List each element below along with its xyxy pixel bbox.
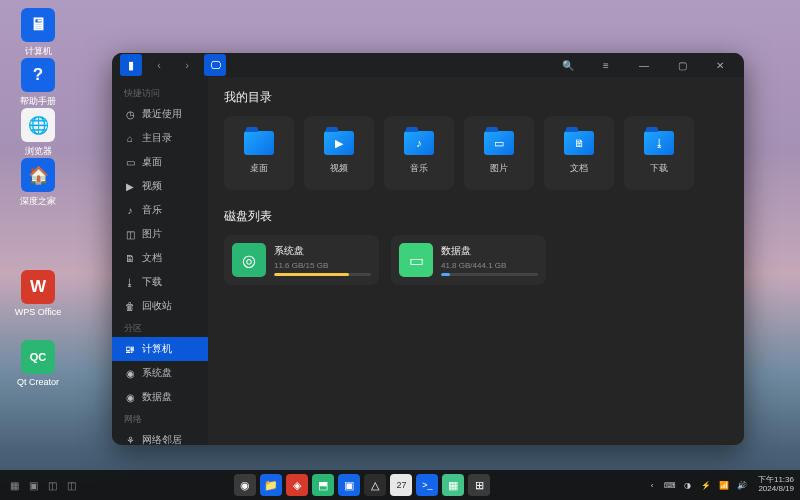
folder-desktop[interactable]: 桌面 bbox=[224, 116, 294, 190]
folder-videos[interactable]: ▶视频 bbox=[304, 116, 374, 190]
sidebar-item-recent[interactable]: ◷最近使用 bbox=[112, 102, 208, 126]
browser-icon: 🌐 bbox=[21, 108, 55, 142]
folder-documents[interactable]: 🗎文档 bbox=[544, 116, 614, 190]
wps-icon: W bbox=[21, 270, 55, 304]
desktop-icon-browser[interactable]: 🌐浏览器 bbox=[10, 108, 66, 158]
disk-data[interactable]: ▭ 数据盘 41.8 GB/444.1 GB bbox=[391, 235, 546, 285]
taskbar-calendar[interactable]: 27 bbox=[390, 474, 412, 496]
sidebar-item-label: 主目录 bbox=[142, 131, 172, 145]
sidebar-item-documents[interactable]: 🗎文档 bbox=[112, 246, 208, 270]
sidebar-item-trash[interactable]: 🗑回收站 bbox=[112, 294, 208, 318]
qt-icon: QC bbox=[21, 340, 55, 374]
launcher-button[interactable]: ◉ bbox=[234, 474, 256, 496]
hamburger-icon: ≡ bbox=[603, 60, 609, 71]
disk-capacity: 41.8 GB/444.1 GB bbox=[441, 261, 538, 270]
trash-icon: 🗑 bbox=[124, 301, 136, 312]
search-button[interactable]: 🔍 bbox=[552, 53, 584, 77]
battery-icon[interactable]: ⚡ bbox=[700, 479, 712, 491]
folder-pictures[interactable]: ▭图片 bbox=[464, 116, 534, 190]
icon-label: 帮助手册 bbox=[20, 96, 56, 106]
sidebar-item-pictures[interactable]: ◫图片 bbox=[112, 222, 208, 246]
folder-label: 视频 bbox=[330, 162, 348, 175]
clock-date: 2024/8/19 bbox=[758, 485, 794, 494]
sidebar-item-desktop[interactable]: ▭桌面 bbox=[112, 150, 208, 174]
volume-icon[interactable]: 🔊 bbox=[736, 479, 748, 491]
search-icon: 🔍 bbox=[562, 60, 574, 71]
taskbar-app[interactable]: ⬒ bbox=[312, 474, 334, 496]
workspace-button[interactable]: ◫ bbox=[44, 477, 60, 493]
sidebar-item-data-disk[interactable]: ◉数据盘 bbox=[112, 385, 208, 409]
view-tab-button[interactable]: 🖵 bbox=[204, 54, 226, 76]
system-tray: ‹ ⌨ ◑ ⚡ 📶 🔊 下午11:36 2024/8/19 bbox=[646, 476, 794, 494]
sidebar-item-music[interactable]: ♪音乐 bbox=[112, 198, 208, 222]
taskbar-app[interactable]: ▦ bbox=[442, 474, 464, 496]
sidebar-item-downloads[interactable]: ⭳下载 bbox=[112, 270, 208, 294]
maximize-button[interactable]: ▢ bbox=[666, 53, 698, 77]
folder-downloads[interactable]: ⭳下载 bbox=[624, 116, 694, 190]
folder-icon: ♪ bbox=[404, 131, 434, 155]
sidebar-item-videos[interactable]: ▶视频 bbox=[112, 174, 208, 198]
icon-label: 计算机 bbox=[25, 46, 52, 56]
disk-icon: ◉ bbox=[124, 368, 136, 379]
desktop-icon: ▭ bbox=[124, 157, 136, 168]
disk-system-icon: ◎ bbox=[232, 243, 266, 277]
nav-back-button[interactable]: ‹ bbox=[148, 54, 170, 76]
sidebar-item-label: 图片 bbox=[142, 227, 162, 241]
network-icon: ⚘ bbox=[124, 435, 136, 446]
file-manager-window: ▮ ‹ › 🖵 🔍 ≡ — ▢ ✕ 快捷访问 ◷最近使用 ⌂主目录 ▭桌面 ▶视… bbox=[112, 53, 744, 445]
help-icon: ? bbox=[21, 58, 55, 92]
sidebar-item-label: 下载 bbox=[142, 275, 162, 289]
sidebar-section-head: 快捷访问 bbox=[112, 83, 208, 102]
workspace-icon: ◫ bbox=[67, 480, 76, 491]
close-icon: ✕ bbox=[716, 60, 724, 71]
workspace2-button[interactable]: ◫ bbox=[63, 477, 79, 493]
multitask-button[interactable]: ▣ bbox=[25, 477, 41, 493]
disk-usage-bar bbox=[441, 273, 538, 276]
folder-icon: ⭳ bbox=[644, 131, 674, 155]
folder-icon: ▮ bbox=[128, 59, 134, 72]
show-desktop-button[interactable]: ▦ bbox=[6, 477, 22, 493]
taskbar-filemanager[interactable]: 📁 bbox=[260, 474, 282, 496]
network-icon[interactable]: 📶 bbox=[718, 479, 730, 491]
computer-icon: 🖳 bbox=[124, 344, 136, 355]
titlebar[interactable]: ▮ ‹ › 🖵 🔍 ≡ — ▢ ✕ bbox=[112, 53, 744, 77]
taskbar-app[interactable]: ▣ bbox=[338, 474, 360, 496]
sidebar-item-system-disk[interactable]: ◉系统盘 bbox=[112, 361, 208, 385]
desktop-icon-help[interactable]: ?帮助手册 bbox=[10, 58, 66, 108]
taskbar-app[interactable]: △ bbox=[364, 474, 386, 496]
sidebar-section-head: 分区 bbox=[112, 318, 208, 337]
taskbar: ▦ ▣ ◫ ◫ ◉ 📁 ◈ ⬒ ▣ △ 27 >_ ▦ ⊞ ‹ ⌨ ◑ ⚡ 📶 … bbox=[0, 470, 800, 500]
folder-label: 文档 bbox=[570, 162, 588, 175]
folder-label: 音乐 bbox=[410, 162, 428, 175]
icon-label: WPS Office bbox=[15, 307, 61, 317]
folder-music[interactable]: ♪音乐 bbox=[384, 116, 454, 190]
desktop-icon-computer[interactable]: 🖥计算机 bbox=[10, 8, 66, 58]
tab-files-button[interactable]: ▮ bbox=[120, 54, 142, 76]
home-icon: ⌂ bbox=[124, 133, 136, 144]
folder-icon: ▭ bbox=[484, 131, 514, 155]
video-icon: ▶ bbox=[124, 181, 136, 192]
clock[interactable]: 下午11:36 2024/8/19 bbox=[758, 476, 794, 494]
section-title-directories: 我的目录 bbox=[224, 89, 728, 106]
folder-icon: 🗎 bbox=[564, 131, 594, 155]
menu-button[interactable]: ≡ bbox=[590, 53, 622, 77]
sidebar-item-network[interactable]: ⚘网络邻居 bbox=[112, 428, 208, 445]
section-title-disks: 磁盘列表 bbox=[224, 208, 728, 225]
taskbar-app[interactable]: ⊞ bbox=[468, 474, 490, 496]
keyboard-icon[interactable]: ⌨ bbox=[664, 479, 676, 491]
taskbar-terminal[interactable]: >_ bbox=[416, 474, 438, 496]
sidebar-item-home[interactable]: ⌂主目录 bbox=[112, 126, 208, 150]
desktop-icon-wps[interactable]: WWPS Office bbox=[10, 270, 66, 317]
close-button[interactable]: ✕ bbox=[704, 53, 736, 77]
sidebar-item-computer[interactable]: 🖳计算机 bbox=[112, 337, 208, 361]
nav-forward-button[interactable]: › bbox=[176, 54, 198, 76]
desktop-icon-qtcreator[interactable]: QCQt Creator bbox=[10, 340, 66, 387]
sidebar-item-label: 网络邻居 bbox=[142, 433, 182, 445]
taskbar-app[interactable]: ◈ bbox=[286, 474, 308, 496]
minimize-button[interactable]: — bbox=[628, 53, 660, 77]
input-method-icon[interactable]: ◑ bbox=[682, 479, 694, 491]
tray-expand-icon[interactable]: ‹ bbox=[646, 479, 658, 491]
picture-icon: ◫ bbox=[124, 229, 136, 240]
disk-system[interactable]: ◎ 系统盘 11.6 GB/15 GB bbox=[224, 235, 379, 285]
desktop-icon-deepin-home[interactable]: 🏠深度之家 bbox=[10, 158, 66, 208]
